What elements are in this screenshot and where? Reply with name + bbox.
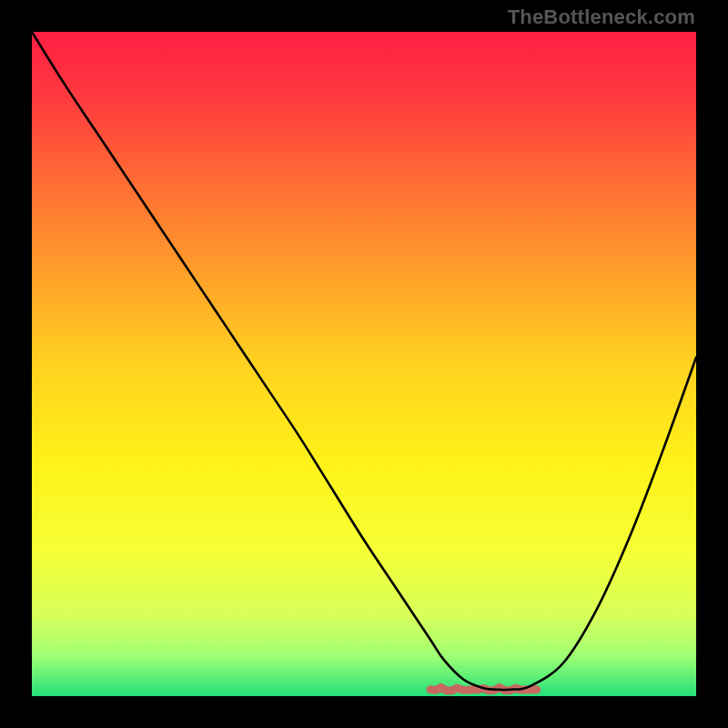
plot-svg (32, 32, 696, 696)
watermark-text: TheBottleneck.com (508, 5, 695, 29)
plot-area (32, 32, 696, 696)
gradient-background (32, 32, 696, 696)
chart-frame: TheBottleneck.com (0, 0, 728, 728)
